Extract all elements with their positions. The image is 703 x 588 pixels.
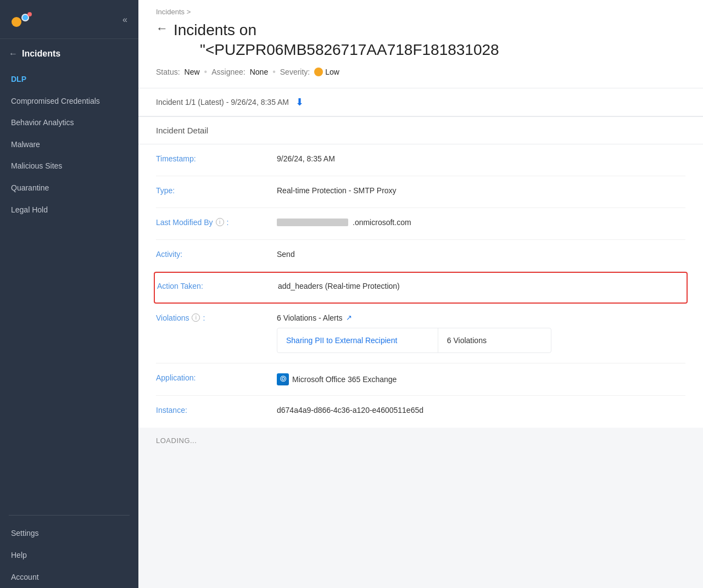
back-arrow-icon[interactable]: ← — [9, 49, 18, 59]
incident-header-bar: Incident 1/1 (Latest) - 9/26/24, 8:35 AM… — [138, 88, 703, 116]
label-violations: Violations i : — [156, 313, 277, 322]
sidebar-item-settings[interactable]: Settings — [0, 522, 138, 544]
severity-value: Low — [325, 68, 339, 76]
status-row: Status: New • Assignee: None • Severity:… — [156, 67, 685, 77]
status-value: New — [185, 68, 200, 76]
loading-bar: LOADING... — [138, 428, 703, 453]
detail-row-action-taken: Action Taken: add_headers (Real-time Pro… — [154, 272, 688, 304]
app-icon: Ⓞ — [277, 373, 289, 385]
violations-policy-link[interactable]: Sharing PII to External Recipient — [277, 328, 438, 352]
label-timestamp: Timestamp: — [156, 154, 277, 163]
breadcrumb-text: Incidents > — [156, 8, 191, 16]
detail-row-violations: Violations i : 6 Violations - Alerts ↗ S… — [156, 304, 685, 363]
sidebar: « ← Incidents DLP Compromised Credential… — [0, 0, 138, 588]
logo — [9, 10, 33, 30]
redacted-email — [277, 219, 348, 226]
page-back-button[interactable]: ← — [156, 23, 168, 35]
violations-table: Sharing PII to External Recipient 6 Viol… — [277, 328, 551, 353]
label-application: Application: — [156, 373, 277, 382]
page-title-row: ← Incidents on "<PUZPR06MB5826717AA718F1… — [156, 20, 685, 60]
sidebar-item-account[interactable]: Account — [0, 566, 138, 588]
violations-count: 6 Violations — [438, 328, 551, 352]
value-violations: 6 Violations - Alerts ↗ Sharing PII to E… — [277, 313, 685, 353]
separator-1: • — [204, 67, 208, 77]
value-timestamp: 9/26/24, 8:35 AM — [277, 154, 685, 163]
sidebar-title: Incidents — [22, 49, 60, 59]
incident-detail-card: Incident Detail Timestamp: 9/26/24, 8:35… — [138, 116, 703, 428]
svg-point-2 — [23, 15, 28, 20]
download-icon[interactable]: ⬇ — [295, 96, 304, 108]
severity-icon — [314, 68, 323, 76]
main-content: Incidents > ← Incidents on "<PUZPR06MB58… — [138, 0, 703, 588]
sidebar-item-malware[interactable]: Malware — [0, 134, 138, 156]
value-action-taken: add_headers (Real-time Protection) — [278, 282, 684, 290]
assignee-label: Assignee: — [211, 68, 245, 76]
label-last-modified: Last Modified By i : — [156, 218, 277, 227]
svg-point-0 — [12, 17, 21, 27]
value-application: Ⓞ Microsoft Office 365 Exchange — [277, 373, 685, 385]
label-action-taken: Action Taken: — [157, 282, 278, 290]
severity-badge: Low — [314, 68, 339, 76]
sidebar-nav: DLP Compromised Credentials Behavior Ana… — [0, 66, 138, 504]
severity-label: Severity: — [280, 68, 310, 76]
label-instance: Instance: — [156, 406, 277, 415]
sidebar-item-help[interactable]: Help — [0, 544, 138, 566]
sidebar-item-dlp[interactable]: DLP — [0, 69, 138, 91]
svg-point-4 — [29, 13, 31, 16]
value-instance: d674a4a9-d866-4c36-a120-e4600511e65d — [277, 406, 685, 415]
violations-summary: 6 Violations - Alerts ↗ — [277, 313, 352, 322]
sidebar-item-behavior-analytics[interactable]: Behavior Analytics — [0, 112, 138, 134]
separator-2: • — [272, 67, 276, 77]
detail-row-application: Application: Ⓞ Microsoft Office 365 Exch… — [156, 363, 685, 396]
detail-rows: Timestamp: 9/26/24, 8:35 AM Type: Real-t… — [138, 144, 703, 428]
detail-card-title: Incident Detail — [138, 117, 703, 144]
incident-bar-label: Incident 1/1 (Latest) - 9/26/24, 8:35 AM — [156, 98, 289, 107]
detail-row-last-modified: Last Modified By i : .onmicrosoft.com — [156, 208, 685, 240]
detail-row-instance: Instance: d674a4a9-d866-4c36-a120-e46005… — [156, 396, 685, 428]
sidebar-header: « — [0, 0, 138, 39]
external-link-icon[interactable]: ↗ — [346, 313, 352, 322]
value-type: Real-time Protection - SMTP Proxy — [277, 186, 685, 195]
page-header: ← Incidents on "<PUZPR06MB5826717AA718F1… — [138, 16, 703, 88]
sidebar-item-quarantine[interactable]: Quarantine — [0, 177, 138, 199]
detail-row-timestamp: Timestamp: 9/26/24, 8:35 AM — [156, 144, 685, 176]
loading-text: LOADING... — [156, 436, 197, 445]
value-last-modified: .onmicrosoft.com — [277, 218, 685, 227]
detail-row-type: Type: Real-time Protection - SMTP Proxy — [156, 176, 685, 208]
value-activity: Send — [277, 250, 685, 259]
label-activity: Activity: — [156, 250, 277, 259]
violations-info-icon[interactable]: i — [192, 313, 200, 322]
content-area: Incident 1/1 (Latest) - 9/26/24, 8:35 AM… — [138, 88, 703, 588]
status-label: Status: — [156, 68, 180, 76]
detail-row-activity: Activity: Send — [156, 240, 685, 272]
breadcrumb: Incidents > — [138, 0, 703, 16]
sidebar-divider — [9, 515, 130, 516]
page-title: Incidents on "<PUZPR06MB5826717AA718F181… — [174, 20, 499, 60]
sidebar-bottom: Settings Help Account — [0, 504, 138, 588]
sidebar-item-compromised-credentials[interactable]: Compromised Credentials — [0, 91, 138, 113]
sidebar-item-legal-hold[interactable]: Legal Hold — [0, 199, 138, 221]
violations-table-row: Sharing PII to External Recipient 6 Viol… — [277, 328, 551, 352]
sidebar-item-malicious-sites[interactable]: Malicious Sites — [0, 155, 138, 177]
label-type: Type: — [156, 186, 277, 195]
assignee-value: None — [250, 68, 268, 76]
page-title-text: Incidents on "<PUZPR06MB5826717AA718F181… — [174, 20, 499, 60]
last-modified-info-icon[interactable]: i — [216, 218, 224, 226]
collapse-button[interactable]: « — [120, 13, 130, 27]
sidebar-section: ← Incidents — [0, 39, 138, 66]
